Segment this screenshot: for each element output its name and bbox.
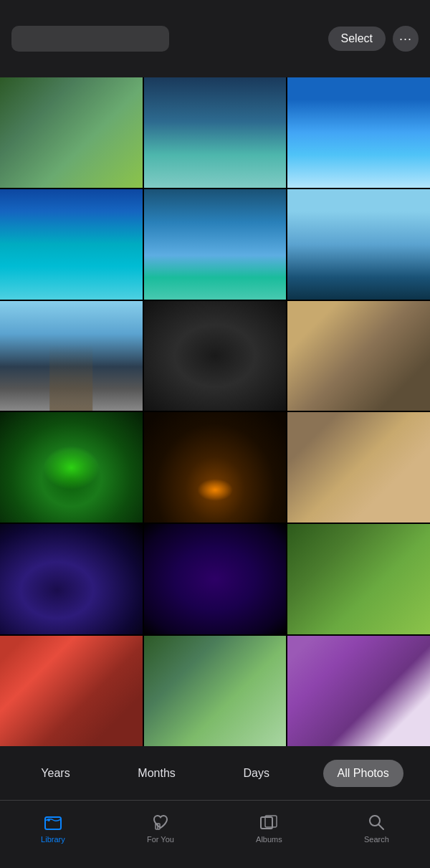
- tab-days[interactable]: Days: [229, 760, 283, 787]
- photo-cell[interactable]: [287, 636, 430, 746]
- photo-cell[interactable]: [0, 189, 143, 300]
- photo-cell[interactable]: [0, 636, 143, 746]
- select-button[interactable]: Select: [328, 27, 386, 51]
- header: Select ···: [0, 0, 430, 77]
- tab-all-photos[interactable]: All Photos: [323, 760, 403, 787]
- nav-library[interactable]: Library: [41, 812, 65, 844]
- nav-for-you[interactable]: For You: [147, 812, 174, 844]
- svg-rect-0: [45, 817, 61, 829]
- photo-grid: [0, 77, 430, 746]
- library-icon: [43, 812, 63, 832]
- photo-cell[interactable]: [287, 189, 430, 300]
- photo-cell[interactable]: [144, 189, 287, 300]
- photo-cell[interactable]: [144, 412, 287, 523]
- photo-cell[interactable]: [0, 301, 143, 411]
- view-tab-bar: Years Months Days All Photos: [0, 746, 430, 800]
- svg-line-7: [379, 825, 384, 830]
- more-button[interactable]: ···: [393, 26, 419, 52]
- svg-point-1: [47, 819, 50, 821]
- photo-cell[interactable]: [0, 77, 143, 188]
- nav-search-label: Search: [364, 835, 389, 844]
- photo-cell[interactable]: [0, 524, 143, 634]
- header-title: [11, 26, 169, 52]
- tab-months[interactable]: Months: [123, 760, 189, 787]
- photo-cell[interactable]: [144, 301, 287, 411]
- nav-library-label: Library: [41, 835, 65, 844]
- photo-cell[interactable]: [0, 412, 143, 523]
- nav-albums[interactable]: Albums: [256, 812, 282, 844]
- photo-cell[interactable]: [287, 301, 430, 411]
- photo-cell[interactable]: [287, 524, 430, 634]
- for-you-icon: [150, 812, 171, 832]
- header-actions: Select ···: [328, 26, 419, 52]
- albums-icon: [259, 812, 279, 832]
- nav-albums-label: Albums: [256, 835, 282, 844]
- tab-years[interactable]: Years: [27, 760, 84, 787]
- bottom-nav: Library For You Albums: [0, 800, 430, 868]
- photo-cell[interactable]: [287, 412, 430, 523]
- photo-cell[interactable]: [144, 77, 287, 188]
- search-icon: [366, 812, 386, 832]
- photo-cell[interactable]: [287, 77, 430, 188]
- photo-cell[interactable]: [144, 524, 287, 634]
- photo-cell[interactable]: [144, 636, 287, 746]
- nav-for-you-label: For You: [147, 835, 174, 844]
- nav-search[interactable]: Search: [364, 812, 389, 844]
